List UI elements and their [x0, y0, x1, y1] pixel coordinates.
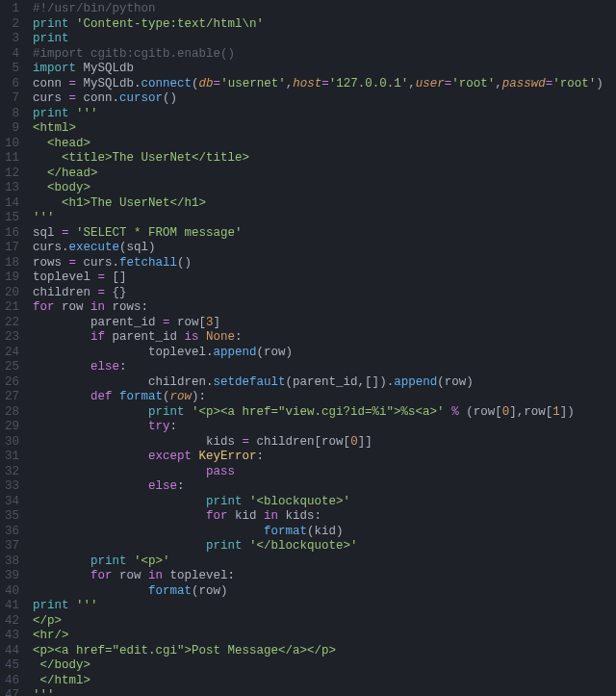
token-str: '<p>' [134, 554, 170, 568]
token-fn: fetchall [119, 256, 177, 270]
token-punc: ( [286, 375, 294, 389]
token-str: <p><a href="edit.cgi">Post Message</a></… [33, 644, 336, 657]
token-fn: connect [141, 77, 192, 90]
token-const: None [206, 330, 235, 344]
code-line: children = {} [33, 286, 603, 301]
token-punc: [ [199, 316, 207, 329]
token-plain [33, 450, 148, 463]
token-str: <hr/> [33, 629, 69, 642]
line-number: 26 [0, 375, 19, 391]
token-str: ''' [33, 211, 55, 224]
token-punc: : [199, 390, 207, 403]
token-kw: for [90, 569, 113, 582]
line-number: 9 [0, 121, 19, 137]
line-number: 6 [0, 77, 19, 92]
line-number: 3 [0, 32, 19, 47]
code-line: format(row) [33, 584, 603, 600]
token-punc: : [119, 360, 127, 374]
line-number: 8 [0, 107, 19, 122]
line-number: 40 [0, 584, 19, 600]
token-param: passwd [502, 77, 546, 90]
token-plain [243, 495, 250, 508]
code-line: toplevel.append(row) [33, 346, 603, 361]
token-str: <title>The UserNet</title> [33, 151, 249, 165]
token-str: ''' [33, 688, 55, 696]
token-op: = [69, 77, 77, 90]
token-plain [33, 390, 90, 403]
token-plain [69, 226, 77, 240]
token-kw: pass [206, 465, 235, 478]
token-fn: format [264, 525, 307, 538]
token-kw: in [90, 300, 105, 314]
token-punc: () [163, 91, 177, 105]
token-plain [33, 405, 148, 419]
token-op: % [451, 405, 459, 419]
code-editor: 1234567891011121314151617181920212223242… [0, 0, 616, 696]
line-number: 25 [0, 360, 19, 375]
line-number: 12 [0, 167, 19, 182]
token-kw: else [148, 479, 177, 493]
token-plain [192, 450, 199, 463]
token-kw: def [90, 390, 113, 403]
line-number: 31 [0, 450, 19, 465]
token-plain [69, 599, 77, 612]
token-plain: toplevel [33, 271, 98, 284]
token-fn: format [119, 390, 163, 403]
token-param: row [170, 390, 192, 403]
token-str: 'Content-type:text/html\n' [76, 17, 264, 31]
token-plain: kid [315, 525, 337, 538]
line-number: 21 [0, 300, 19, 316]
token-punc: [] [113, 271, 127, 284]
token-str: '<p><a href="view.cgi?id=%i">%s<a>' [192, 405, 445, 419]
token-str: 'root' [451, 77, 495, 90]
token-plain [113, 390, 120, 403]
line-number: 39 [0, 569, 19, 584]
line-number: 47 [0, 688, 19, 696]
token-plain: parent_id [293, 375, 358, 389]
code-line: <hr/> [33, 629, 603, 644]
token-plain [76, 62, 84, 75]
line-number-gutter: 1234567891011121314151617181920212223242… [0, 0, 27, 696]
token-plain: sql [127, 241, 149, 254]
token-punc: ) [596, 77, 603, 90]
code-line: <html> [33, 121, 603, 137]
token-plain [33, 495, 206, 508]
token-str: '</blockquote>' [249, 539, 358, 553]
code-line: curs.execute(sql) [33, 241, 603, 256]
token-plain [33, 360, 90, 374]
token-kw2: print [206, 495, 243, 508]
token-plain: toplevel [163, 569, 228, 582]
code-line: try: [33, 420, 603, 435]
token-plain: rows [33, 256, 69, 270]
token-punc: : [235, 330, 243, 344]
token-punc: , [358, 375, 366, 389]
line-number: 46 [0, 674, 19, 689]
token-punc: ) [286, 346, 294, 359]
code-line: for row in rows: [33, 300, 603, 316]
line-number: 17 [0, 241, 19, 256]
token-plain [185, 405, 192, 419]
line-number: 32 [0, 465, 19, 480]
token-kw: if [90, 330, 105, 344]
token-kw: try [148, 420, 170, 433]
code-line: if parent_id is None: [33, 330, 603, 346]
code-line: ''' [33, 211, 603, 226]
line-number: 14 [0, 196, 19, 212]
token-param: host [293, 77, 321, 90]
code-line: print 'Content-type:text/html\n' [33, 17, 603, 33]
code-line: toplevel = [] [33, 271, 603, 286]
line-number: 28 [0, 405, 19, 421]
token-plain [243, 539, 250, 553]
token-str: <head> [33, 137, 90, 150]
token-punc: : [228, 569, 236, 582]
code-line: else: [33, 479, 603, 495]
token-plain: kids [33, 435, 243, 449]
token-plain: conn [76, 91, 113, 105]
token-fn: cursor [119, 91, 163, 105]
token-kw: is [185, 330, 199, 344]
line-number: 23 [0, 330, 19, 346]
token-str: '<blockquote>' [249, 495, 350, 508]
line-number: 15 [0, 211, 19, 226]
code-line: print ''' [33, 599, 603, 614]
token-str: 'SELECT * FROM message' [76, 226, 243, 240]
